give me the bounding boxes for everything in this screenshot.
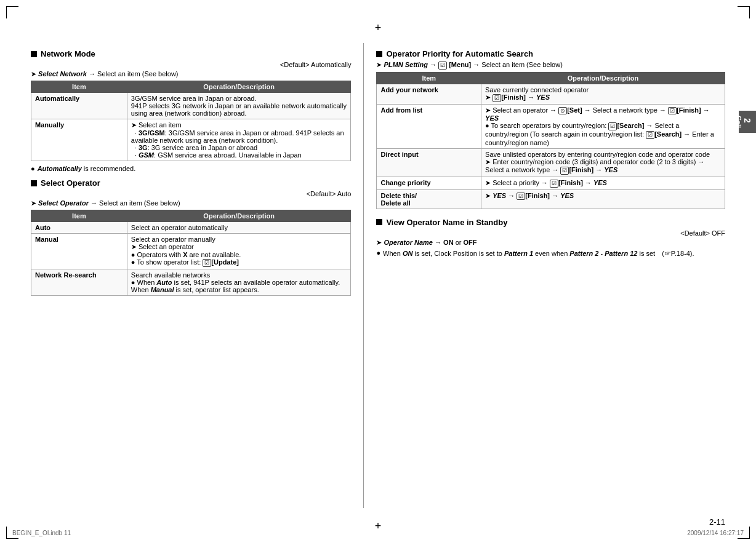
view-operator-title: View Operator Name in Standby [386, 218, 507, 227]
row-item-add-network: Add your network [377, 84, 481, 104]
row-desc-delete: ➤ YES → ☑[Finish] → YES [481, 189, 725, 209]
table-row: Add from list ➤ Select an operator → ⊙[S… [377, 104, 725, 148]
right-column: Operator Priority for Automatic Search ➤… [364, 43, 725, 508]
chapter-tab: 2 Call [739, 111, 756, 133]
col-desc3: Operation/Description [481, 72, 725, 84]
view-operator-instruction: ➤ Operator Name → ON or OFF [376, 239, 725, 247]
arrow-icon: ➤ [485, 158, 491, 165]
main-content: Network Mode <Default> Automatically ➤ S… [31, 43, 725, 508]
arrow-icon: ➤ [31, 70, 36, 78]
row-desc-network-research: Search available networks ● When Auto is… [127, 269, 351, 295]
table-row: Auto Select an operator automatically [31, 222, 351, 234]
row-item-manually: Manually [31, 119, 127, 161]
row-item-direct: Direct input [377, 148, 481, 177]
select-operator-default-text: <Default> Auto [307, 190, 352, 197]
table-row: Delete this/Delete all ➤ YES → ☑[Finish]… [377, 189, 725, 209]
arrow-icon: ➤ [485, 179, 491, 186]
table-row: Automatically 3G/GSM service area in Jap… [31, 93, 351, 119]
arrow-icon: ➤ [31, 199, 36, 207]
plmn-instruction: ➤ PLMN Setting → ☑ [Menu] → Select an it… [376, 61, 725, 70]
arrow-icon: ➤ [376, 61, 382, 68]
arrow-icon: ➤ [485, 192, 491, 199]
view-operator-default: <Default> OFF [376, 229, 725, 237]
arrow-icon: ➤ [131, 121, 137, 129]
view-operator-section: View Operator Name in Standby <Default> … [376, 218, 725, 258]
arrow-icon: ➤ [485, 93, 491, 101]
finish-icon: ☑ [493, 94, 501, 102]
operator-priority-title: Operator Priority for Automatic Search [386, 49, 533, 58]
footer: BEGIN_E_OI.indb 11 2009/12/14 16:27:17 [0, 530, 756, 536]
col-desc: Operation/Description [127, 81, 351, 93]
view-operator-default-text: <Default> OFF [680, 229, 725, 237]
center-cross-top [375, 22, 382, 34]
table-row: Add your network Save currently connecte… [377, 84, 725, 104]
operator-priority-table: Item Operation/Description Add your netw… [376, 72, 725, 209]
arrow-icon: ➤ [376, 239, 382, 246]
operator-priority-heading: Operator Priority for Automatic Search [376, 49, 725, 58]
row-item-auto: Automatically [31, 93, 127, 119]
plmn-text: PLMN Setting [384, 61, 428, 68]
row-item-add-list: Add from list [377, 104, 481, 148]
select-operator-instr-text: Select Operator → Select an item (See be… [38, 199, 180, 207]
select-operator-instruction: ➤ Select Operator → Select an item (See … [31, 199, 351, 207]
network-mode-table: Item Operation/Description Automatically… [31, 81, 351, 161]
arrow-icon: ➤ [485, 106, 491, 114]
table-row: Network Re-search Search available netwo… [31, 269, 351, 295]
row-item-change-priority: Change priority [377, 177, 481, 189]
heading-square-icon [31, 51, 37, 57]
row-desc-auto2: Select an operator automatically [127, 222, 351, 234]
network-mode-instruction: ➤ Select Network → Select an item (See b… [31, 70, 351, 78]
col-item: Item [31, 81, 127, 93]
tab-label: Call [735, 116, 742, 128]
plmn-arrow: → [430, 61, 438, 68]
row-desc-manual: Select an operator manually ➤ Select an … [127, 234, 351, 269]
bullet-icon: ● [31, 165, 35, 172]
note-text2: When ON is set, Clock Position is set to… [383, 249, 694, 258]
auto-recommended-note: ● Automatically is recommended. [31, 165, 351, 172]
heading-square-icon3 [376, 51, 382, 57]
row-desc-add-list: ➤ Select an operator → ⊙[Set] → Select a… [481, 104, 725, 148]
footer-right: 2009/12/14 16:27:17 [687, 530, 744, 536]
menu-icon: ☑ [438, 62, 447, 70]
corner-mark-tr [738, 6, 750, 18]
select-operator-table: Item Operation/Description Auto Select a… [31, 210, 351, 296]
heading-square-icon4 [376, 219, 382, 225]
row-item-delete: Delete this/Delete all [377, 189, 481, 209]
network-mode-default: <Default> Automatically [31, 61, 351, 68]
select-operator-title: Select Operator [41, 178, 100, 188]
note-text: Automatically is recommended. [38, 165, 136, 172]
arrow-icon: ➤ [131, 243, 137, 250]
view-operator-heading: View Operator Name in Standby [376, 218, 725, 227]
page-number: 2-11 [709, 517, 725, 527]
view-operator-instr-text: Operator Name → ON or OFF [384, 239, 477, 246]
network-mode-default-text: <Default> Automatically [280, 61, 352, 68]
table-row: Manually ➤ Select an item · 3G/GSM: 3G/G… [31, 119, 351, 161]
heading-square-icon2 [31, 180, 37, 186]
table-row: Direct input Save unlisted operators by … [377, 148, 725, 177]
plmn-menu-text: [Menu] → Select an item (See below) [449, 61, 563, 68]
network-mode-heading: Network Mode [31, 49, 351, 58]
select-operator-heading: Select Operator [31, 178, 351, 188]
row-desc-direct: Save unlisted operators by entering coun… [481, 148, 725, 177]
row-desc-auto: 3G/GSM service area in Japan or abroad. … [127, 93, 351, 119]
footer-left: BEGIN_E_OI.indb 11 [12, 530, 71, 536]
bullet-icon2: ● [376, 249, 380, 258]
row-item-auto2: Auto [31, 222, 127, 234]
table-row: Manual Select an operator manually ➤ Sel… [31, 234, 351, 269]
row-item-network-research: Network Re-search [31, 269, 127, 295]
col-item3: Item [377, 72, 481, 84]
col-desc2: Operation/Description [127, 210, 351, 222]
row-desc-add-network: Save currently connected operator ➤ ☑[Fi… [481, 84, 725, 104]
corner-mark-tl [6, 6, 18, 18]
row-desc-change-priority: ➤ Select a priority → ☑[Finish] → YES [481, 177, 725, 189]
instruction-text: Select Network → Select an item (See bel… [38, 70, 178, 78]
col-item2: Item [31, 210, 127, 222]
select-operator-default: <Default> Auto [31, 190, 351, 197]
left-column: Network Mode <Default> Automatically ➤ S… [31, 43, 364, 508]
network-mode-title: Network Mode [41, 49, 95, 58]
tab-number: 2 [742, 118, 752, 123]
row-desc-manually: ➤ Select an item · 3G/GSM: 3G/GSM servic… [127, 119, 351, 161]
table-row: Change priority ➤ Select a priority → ☑[… [377, 177, 725, 189]
view-operator-note: ● When ON is set, Clock Position is set … [376, 249, 725, 258]
row-item-manual: Manual [31, 234, 127, 269]
